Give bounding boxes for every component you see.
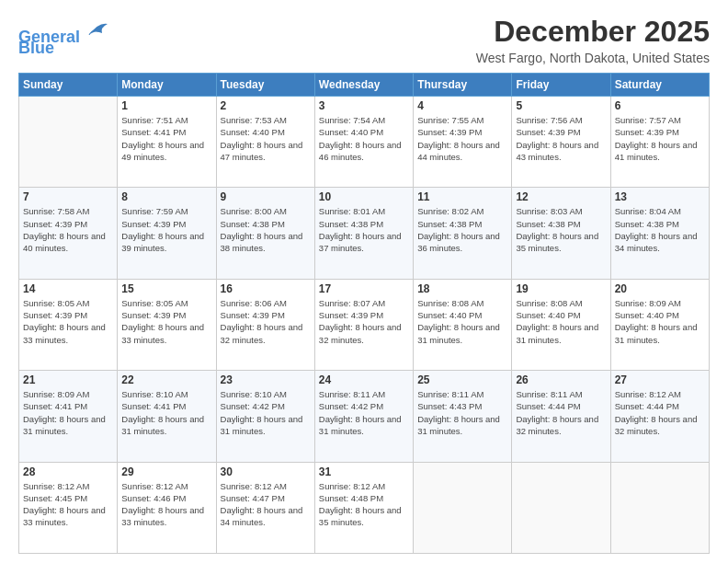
day-info: Sunrise: 8:08 AMSunset: 4:40 PMDaylight:… xyxy=(417,297,507,346)
day-number: 29 xyxy=(121,465,211,478)
calendar-cell: 30 Sunrise: 8:12 AMSunset: 4:47 PMDaylig… xyxy=(216,462,314,553)
day-number: 24 xyxy=(319,373,409,386)
day-number: 16 xyxy=(221,282,311,295)
calendar-cell: 10 Sunrise: 8:01 AMSunset: 4:38 PMDaylig… xyxy=(314,188,413,279)
calendar-cell xyxy=(610,462,709,553)
calendar-cell: 13 Sunrise: 8:04 AMSunset: 4:38 PMDaylig… xyxy=(610,188,709,279)
day-number: 19 xyxy=(516,282,606,295)
calendar-cell: 5 Sunrise: 7:56 AMSunset: 4:39 PMDayligh… xyxy=(512,97,610,188)
day-info: Sunrise: 7:51 AMSunset: 4:41 PMDaylight:… xyxy=(121,114,211,163)
day-number: 27 xyxy=(615,373,705,386)
day-header-sunday: Sunday xyxy=(19,74,118,97)
day-info: Sunrise: 8:04 AMSunset: 4:38 PMDaylight:… xyxy=(615,205,705,254)
day-info: Sunrise: 7:55 AMSunset: 4:39 PMDaylight:… xyxy=(417,114,507,163)
calendar-cell: 31 Sunrise: 8:12 AMSunset: 4:48 PMDaylig… xyxy=(314,462,413,553)
day-number: 23 xyxy=(221,373,311,386)
day-info: Sunrise: 8:12 AMSunset: 4:48 PMDaylight:… xyxy=(319,480,409,529)
day-header-saturday: Saturday xyxy=(610,74,709,97)
day-number: 3 xyxy=(319,99,409,112)
day-info: Sunrise: 8:10 AMSunset: 4:42 PMDaylight:… xyxy=(221,388,311,437)
calendar-cell: 2 Sunrise: 7:53 AMSunset: 4:40 PMDayligh… xyxy=(216,97,314,188)
day-info: Sunrise: 8:06 AMSunset: 4:39 PMDaylight:… xyxy=(221,297,311,346)
day-number: 26 xyxy=(516,373,606,386)
calendar-cell: 25 Sunrise: 8:11 AMSunset: 4:43 PMDaylig… xyxy=(414,371,512,462)
calendar-cell xyxy=(414,462,512,553)
day-info: Sunrise: 8:12 AMSunset: 4:44 PMDaylight:… xyxy=(615,388,705,437)
calendar-cell: 9 Sunrise: 8:00 AMSunset: 4:38 PMDayligh… xyxy=(216,188,314,279)
day-info: Sunrise: 8:11 AMSunset: 4:43 PMDaylight:… xyxy=(417,388,507,437)
calendar-cell xyxy=(512,462,610,553)
day-info: Sunrise: 7:53 AMSunset: 4:40 PMDaylight:… xyxy=(221,114,311,163)
calendar-cell: 4 Sunrise: 7:55 AMSunset: 4:39 PMDayligh… xyxy=(414,97,512,188)
day-info: Sunrise: 8:12 AMSunset: 4:45 PMDaylight:… xyxy=(23,480,113,529)
day-info: Sunrise: 8:07 AMSunset: 4:39 PMDaylight:… xyxy=(319,297,409,346)
day-number: 20 xyxy=(615,282,705,295)
day-number: 22 xyxy=(121,373,211,386)
day-info: Sunrise: 8:02 AMSunset: 4:38 PMDaylight:… xyxy=(417,205,507,254)
day-header-friday: Friday xyxy=(512,74,610,97)
calendar-cell: 26 Sunrise: 8:11 AMSunset: 4:44 PMDaylig… xyxy=(512,371,610,462)
logo-bird-icon xyxy=(82,15,109,42)
calendar-cell: 11 Sunrise: 8:02 AMSunset: 4:38 PMDaylig… xyxy=(414,188,512,279)
day-number: 12 xyxy=(516,190,606,203)
day-number: 31 xyxy=(319,465,409,478)
day-number: 7 xyxy=(23,190,113,203)
day-info: Sunrise: 8:11 AMSunset: 4:44 PMDaylight:… xyxy=(516,388,606,437)
day-number: 18 xyxy=(417,282,507,295)
calendar-cell: 21 Sunrise: 8:09 AMSunset: 4:41 PMDaylig… xyxy=(19,371,118,462)
calendar-cell: 27 Sunrise: 8:12 AMSunset: 4:44 PMDaylig… xyxy=(610,371,709,462)
calendar-cell: 1 Sunrise: 7:51 AMSunset: 4:41 PMDayligh… xyxy=(118,97,216,188)
calendar-cell: 3 Sunrise: 7:54 AMSunset: 4:40 PMDayligh… xyxy=(314,97,413,188)
day-info: Sunrise: 7:56 AMSunset: 4:39 PMDaylight:… xyxy=(516,114,606,163)
day-info: Sunrise: 8:09 AMSunset: 4:41 PMDaylight:… xyxy=(23,388,113,437)
day-number: 8 xyxy=(121,190,211,203)
calendar-cell: 28 Sunrise: 8:12 AMSunset: 4:45 PMDaylig… xyxy=(19,462,118,553)
calendar-cell: 22 Sunrise: 8:10 AMSunset: 4:41 PMDaylig… xyxy=(118,371,216,462)
calendar-cell: 8 Sunrise: 7:59 AMSunset: 4:39 PMDayligh… xyxy=(118,188,216,279)
calendar-cell: 23 Sunrise: 8:10 AMSunset: 4:42 PMDaylig… xyxy=(216,371,314,462)
day-info: Sunrise: 8:05 AMSunset: 4:39 PMDaylight:… xyxy=(121,297,211,346)
calendar-header-row: SundayMondayTuesdayWednesdayThursdayFrid… xyxy=(19,74,710,97)
day-number: 14 xyxy=(23,282,113,295)
calendar-cell: 20 Sunrise: 8:09 AMSunset: 4:40 PMDaylig… xyxy=(610,279,709,370)
calendar-table: SundayMondayTuesdayWednesdayThursdayFrid… xyxy=(18,73,710,554)
day-number: 5 xyxy=(516,99,606,112)
day-number: 11 xyxy=(417,190,507,203)
day-info: Sunrise: 7:54 AMSunset: 4:40 PMDaylight:… xyxy=(319,114,409,163)
day-number: 1 xyxy=(121,99,211,112)
day-header-thursday: Thursday xyxy=(414,74,512,97)
calendar-cell: 14 Sunrise: 8:05 AMSunset: 4:39 PMDaylig… xyxy=(19,279,118,370)
title-area: December 2025 West Fargo, North Dakota, … xyxy=(476,15,710,65)
calendar-cell: 17 Sunrise: 8:07 AMSunset: 4:39 PMDaylig… xyxy=(314,279,413,370)
calendar-cell: 16 Sunrise: 8:06 AMSunset: 4:39 PMDaylig… xyxy=(216,279,314,370)
day-number: 15 xyxy=(121,282,211,295)
calendar-cell xyxy=(19,97,118,188)
calendar-cell: 18 Sunrise: 8:08 AMSunset: 4:40 PMDaylig… xyxy=(414,279,512,370)
calendar-week-4: 21 Sunrise: 8:09 AMSunset: 4:41 PMDaylig… xyxy=(19,371,710,462)
day-info: Sunrise: 8:08 AMSunset: 4:40 PMDaylight:… xyxy=(516,297,606,346)
calendar-cell: 29 Sunrise: 8:12 AMSunset: 4:46 PMDaylig… xyxy=(118,462,216,553)
page: General Blue December 2025 West Fargo, N… xyxy=(0,0,728,563)
day-number: 30 xyxy=(221,465,311,478)
header: General Blue December 2025 West Fargo, N… xyxy=(18,15,710,65)
calendar-cell: 6 Sunrise: 7:57 AMSunset: 4:39 PMDayligh… xyxy=(610,97,709,188)
day-number: 13 xyxy=(615,190,705,203)
calendar-cell: 24 Sunrise: 8:11 AMSunset: 4:42 PMDaylig… xyxy=(314,371,413,462)
day-info: Sunrise: 8:09 AMSunset: 4:40 PMDaylight:… xyxy=(615,297,705,346)
calendar-cell: 15 Sunrise: 8:05 AMSunset: 4:39 PMDaylig… xyxy=(118,279,216,370)
calendar-cell: 12 Sunrise: 8:03 AMSunset: 4:38 PMDaylig… xyxy=(512,188,610,279)
day-number: 25 xyxy=(417,373,507,386)
day-info: Sunrise: 7:58 AMSunset: 4:39 PMDaylight:… xyxy=(23,205,113,254)
day-info: Sunrise: 8:11 AMSunset: 4:42 PMDaylight:… xyxy=(319,388,409,437)
day-number: 17 xyxy=(319,282,409,295)
day-info: Sunrise: 7:57 AMSunset: 4:39 PMDaylight:… xyxy=(615,114,705,163)
day-header-monday: Monday xyxy=(118,74,216,97)
day-number: 10 xyxy=(319,190,409,203)
day-info: Sunrise: 8:03 AMSunset: 4:38 PMDaylight:… xyxy=(516,205,606,254)
day-info: Sunrise: 8:12 AMSunset: 4:46 PMDaylight:… xyxy=(121,480,211,529)
day-header-wednesday: Wednesday xyxy=(314,74,413,97)
calendar-cell: 19 Sunrise: 8:08 AMSunset: 4:40 PMDaylig… xyxy=(512,279,610,370)
day-number: 28 xyxy=(23,465,113,478)
calendar-week-1: 1 Sunrise: 7:51 AMSunset: 4:41 PMDayligh… xyxy=(19,97,710,188)
day-info: Sunrise: 8:00 AMSunset: 4:38 PMDaylight:… xyxy=(221,205,311,254)
